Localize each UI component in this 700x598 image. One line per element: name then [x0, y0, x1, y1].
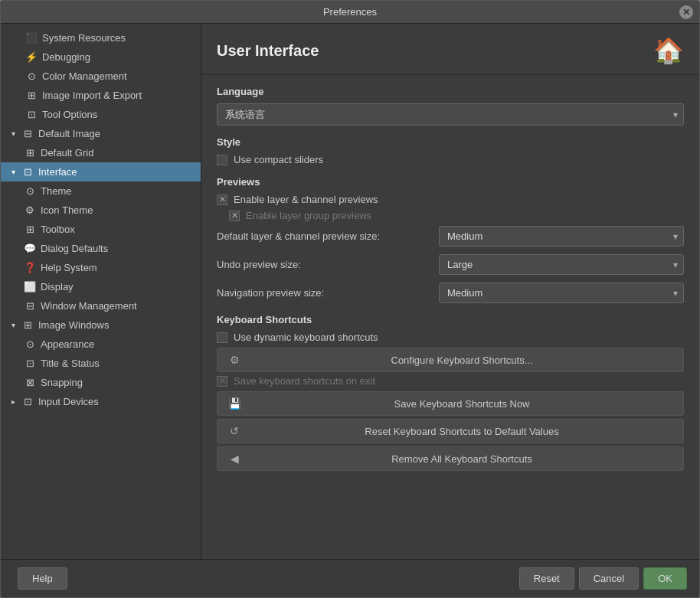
titlebar: Preferences ✕: [1, 1, 699, 24]
sidebar-item-snapping[interactable]: ⊠Snapping: [1, 373, 201, 392]
enable-layer-channel-checkbox[interactable]: ✕: [217, 194, 227, 205]
sidebar-icon-dialog-defaults: 💬: [24, 243, 36, 254]
default-preview-size-label: Default layer & channel preview size:: [217, 230, 439, 242]
sidebar-icon-title-status: ⊡: [24, 358, 36, 369]
remove-shortcuts-icon: ◀: [227, 453, 242, 465]
reset-shortcuts-text: Reset Keyboard Shortcuts to Default Valu…: [250, 426, 674, 437]
sidebar-icon-interface: ⊡: [21, 166, 34, 178]
sidebar-icon-window-management: ⊟: [24, 300, 36, 312]
enable-layer-group-checkbox[interactable]: ✕: [229, 211, 240, 221]
sidebar-item-toolbox[interactable]: ⊞Toolbox: [1, 220, 201, 239]
sidebar-icon-help-system: ❓: [24, 262, 36, 273]
sidebar-label-default-grid: Default Grid: [41, 147, 93, 158]
navigation-preview-size-row: Navigation preview size: Tiny Small Medi…: [217, 283, 684, 303]
sidebar-label-theme: Theme: [41, 185, 71, 197]
navigation-preview-size-label: Navigation preview size:: [217, 287, 439, 299]
sidebar-item-debugging[interactable]: ⚡Debugging: [1, 47, 201, 67]
undo-preview-size-select[interactable]: Tiny Small Medium Large Extra Large: [439, 254, 684, 275]
save-shortcuts-icon: 💾: [227, 397, 242, 410]
navigation-preview-size-select-wrapper: Tiny Small Medium Large Extra Large ▾: [439, 283, 684, 303]
remove-shortcuts-text: Remove All Keyboard Shortcuts: [250, 453, 674, 465]
previews-label: Previews: [217, 176, 684, 188]
enable-layer-group-label: Enable layer group previews: [246, 210, 371, 221]
reset-button[interactable]: Reset: [519, 567, 574, 590]
style-label: Style: [217, 136, 684, 148]
reset-shortcuts-icon: ↺: [227, 425, 242, 437]
compact-sliders-label: Use compact sliders: [234, 154, 323, 165]
sidebar-icon-image-import-export: ⊞: [25, 90, 38, 101]
footer-left: Help: [13, 567, 515, 590]
sidebar-label-input-devices: Input Devices: [38, 396, 99, 407]
footer: Help Reset Cancel OK: [1, 559, 699, 597]
sidebar-icon-input-devices: ⊡: [21, 396, 34, 407]
preferences-window: Preferences ✕ ⬛System Resources⚡Debuggin…: [0, 0, 700, 598]
sidebar-item-icon-theme[interactable]: ⚙Icon Theme: [1, 201, 201, 220]
save-on-exit-label: Save keyboard shortcuts on exit: [234, 375, 375, 387]
sidebar-label-debugging: Debugging: [42, 51, 90, 63]
dynamic-shortcuts-checkbox[interactable]: [217, 332, 227, 343]
save-on-exit-row: ✕ Save keyboard shortcuts on exit: [217, 375, 684, 387]
undo-preview-size-select-wrapper: Tiny Small Medium Large Extra Large ▾: [439, 254, 684, 275]
sidebar-item-default-image[interactable]: ▾⊟Default Image: [1, 124, 201, 143]
sidebar-icon-system-resources: ⬛: [25, 32, 38, 44]
save-shortcuts-text: Save Keyboard Shortcuts Now: [250, 398, 674, 410]
sidebar-label-icon-theme: Icon Theme: [41, 204, 93, 216]
save-shortcuts-now-button[interactable]: 💾 Save Keyboard Shortcuts Now: [217, 391, 684, 416]
compact-sliders-checkbox[interactable]: [217, 155, 227, 165]
language-dropdown-wrapper: 系统语言 English 中文 ▾: [217, 103, 684, 126]
sidebar-item-title-status[interactable]: ⊡Title & Status: [1, 354, 201, 373]
language-select[interactable]: 系统语言 English 中文: [217, 103, 684, 126]
sidebar-label-image-import-export: Image Import & Export: [42, 90, 142, 101]
dynamic-shortcuts-label: Use dynamic keyboard shortcuts: [234, 332, 378, 343]
sidebar-label-color-management: Color Management: [42, 70, 127, 82]
sidebar-label-interface: Interface: [38, 166, 77, 178]
enable-layer-channel-label: Enable layer & channel previews: [234, 194, 378, 205]
save-on-exit-checkbox[interactable]: ✕: [217, 376, 227, 387]
navigation-preview-size-select[interactable]: Tiny Small Medium Large Extra Large: [439, 283, 684, 303]
default-preview-size-select[interactable]: Tiny Small Medium Large Extra Large: [439, 226, 684, 247]
sidebar-item-appearance[interactable]: ⊙Appearance: [1, 335, 201, 354]
sidebar-icon-icon-theme: ⚙: [24, 204, 36, 216]
sidebar-arrow-image-windows: ▾: [11, 321, 15, 329]
sidebar-item-image-import-export[interactable]: ⊞Image Import & Export: [1, 86, 201, 105]
configure-shortcuts-icon: ⚙: [227, 354, 242, 366]
close-button[interactable]: ✕: [679, 5, 693, 19]
sidebar-label-appearance: Appearance: [41, 338, 94, 350]
sidebar-arrow-input-devices: ▸: [11, 397, 15, 406]
enable-layer-group-row: ✕ Enable layer group previews: [229, 210, 684, 221]
help-button[interactable]: Help: [18, 567, 67, 590]
sidebar-item-image-windows[interactable]: ▾⊞Image Windows: [1, 315, 201, 335]
sidebar-icon-image-windows: ⊞: [21, 319, 34, 331]
sidebar-icon-toolbox: ⊞: [24, 224, 36, 235]
panel-icon: 🏠: [653, 36, 684, 65]
keyboard-shortcuts-label: Keyboard Shortcuts: [217, 314, 684, 325]
remove-shortcuts-button[interactable]: ◀ Remove All Keyboard Shortcuts: [217, 446, 684, 471]
sidebar-item-dialog-defaults[interactable]: 💬Dialog Defaults: [1, 239, 201, 258]
sidebar-item-input-devices[interactable]: ▸⊡Input Devices: [1, 392, 201, 411]
sidebar-item-theme[interactable]: ⊙Theme: [1, 181, 201, 201]
configure-shortcuts-button[interactable]: ⚙ Configure Keyboard Shortcuts...: [217, 348, 684, 372]
sidebar-icon-appearance: ⊙: [24, 338, 36, 350]
enable-layer-channel-row: ✕ Enable layer & channel previews: [217, 194, 684, 205]
sidebar-arrow-default-image: ▾: [11, 129, 15, 138]
panel-body: Language 系统语言 English 中文 ▾ Style Use com…: [201, 75, 699, 559]
sidebar-item-display[interactable]: ⬜Display: [1, 277, 201, 296]
sidebar-label-tool-options: Tool Options: [42, 109, 97, 120]
sidebar-icon-debugging: ⚡: [25, 51, 38, 63]
right-panel: User Interface 🏠 Language 系统语言 English 中…: [201, 24, 699, 559]
reset-shortcuts-button[interactable]: ↺ Reset Keyboard Shortcuts to Default Va…: [217, 419, 684, 443]
ok-button[interactable]: OK: [643, 567, 687, 590]
sidebar-icon-snapping: ⊠: [24, 377, 36, 388]
sidebar-item-color-management[interactable]: ⊙Color Management: [1, 67, 201, 86]
sidebar-item-interface[interactable]: ▾⊡Interface: [1, 162, 201, 181]
cancel-button[interactable]: Cancel: [579, 567, 639, 590]
sidebar-label-dialog-defaults: Dialog Defaults: [41, 243, 108, 254]
sidebar-item-system-resources[interactable]: ⬛System Resources: [1, 28, 201, 47]
sidebar-item-tool-options[interactable]: ⊡Tool Options: [1, 105, 201, 124]
sidebar-item-default-grid[interactable]: ⊞Default Grid: [1, 143, 201, 162]
sidebar-item-window-management[interactable]: ⊟Window Management: [1, 296, 201, 315]
sidebar-label-window-management: Window Management: [41, 300, 137, 312]
undo-preview-size-row: Undo preview size: Tiny Small Medium Lar…: [217, 254, 684, 275]
sidebar-item-help-system[interactable]: ❓Help System: [1, 258, 201, 277]
sidebar-label-system-resources: System Resources: [42, 32, 126, 44]
